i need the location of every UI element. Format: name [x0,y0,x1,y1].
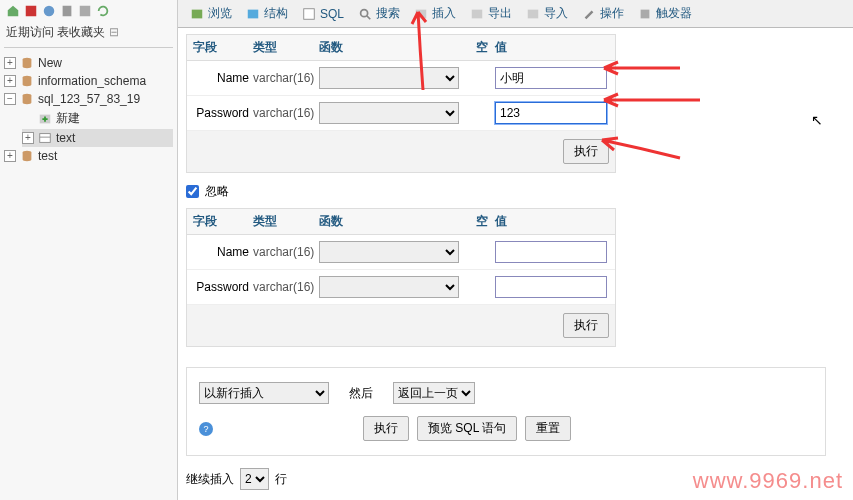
field-label: Password [193,280,253,294]
tab-export[interactable]: 导出 [464,2,518,25]
ops-icon [582,7,596,21]
tree-node-test[interactable]: + test [4,147,173,165]
recent-label[interactable]: 近期访问 [6,25,54,39]
tab-structure[interactable]: 结构 [240,2,294,25]
execute-button[interactable]: 执行 [563,313,609,338]
nav-icon[interactable] [78,4,92,18]
hdr-func: 函数 [319,213,469,230]
tab-insert[interactable]: 插入 [408,2,462,25]
expand-icon[interactable]: + [22,132,34,144]
collapse-icon[interactable]: − [4,93,16,105]
preview-sql-button[interactable]: 预览 SQL 语句 [417,416,517,441]
svg-rect-11 [192,9,203,18]
recent-row: 近期访问 表收藏夹 ⊟ [6,24,171,41]
home-icon[interactable] [6,4,20,18]
tab-browse[interactable]: 浏览 [184,2,238,25]
tree-label: text [56,131,75,145]
tree-label: New [38,56,62,70]
svg-rect-12 [248,9,259,18]
hdr-type: 类型 [253,213,319,230]
value-input-name[interactable] [495,67,607,89]
browse-icon [190,7,204,21]
tab-label: 结构 [264,5,288,22]
tree-node-infoschema[interactable]: + information_schema [4,72,173,90]
bottom-panel: 以新行插入 然后 返回上一页 ? 执行 预览 SQL 语句 重置 [186,367,826,456]
docs-icon[interactable] [60,4,74,18]
search-icon [358,7,372,21]
tree-label: 新建 [56,110,80,127]
form-row-name: Name varchar(16) [187,61,615,96]
field-type: varchar(16) [253,71,319,85]
svg-rect-18 [528,9,539,18]
expand-icon[interactable]: + [4,150,16,162]
rows-label: 行 [275,471,287,488]
hdr-func: 函数 [319,39,469,56]
expand-icon[interactable]: + [4,75,16,87]
row-count-select[interactable]: 2 [240,468,269,490]
field-type: varchar(16) [253,245,319,259]
tab-label: 导出 [488,5,512,22]
continue-label: 继续插入 [186,471,234,488]
ignore-label: 忽略 [205,183,229,200]
reload-icon[interactable] [96,4,110,18]
then-select[interactable]: 返回上一页 [393,382,475,404]
svg-point-14 [361,9,368,16]
insert-mode-select[interactable]: 以新行插入 [199,382,329,404]
import-icon [526,7,540,21]
tab-search[interactable]: 搜索 [352,2,406,25]
insert-form-1: 字段 类型 函数 空 值 Name varchar(16) Password v… [186,34,616,173]
function-select[interactable] [319,67,459,89]
hdr-field: 字段 [193,213,253,230]
tab-operations[interactable]: 操作 [576,2,630,25]
field-type: varchar(16) [253,280,319,294]
field-label: Name [193,71,253,85]
ignore-row: 忽略 [186,183,845,200]
field-type: varchar(16) [253,106,319,120]
cursor-icon: ↖ [811,112,823,128]
form-header: 字段 类型 函数 空 值 [187,35,615,61]
tab-triggers[interactable]: 触发器 [632,2,698,25]
then-label: 然后 [349,385,373,402]
execute-button[interactable]: 执行 [563,139,609,164]
expand-icon[interactable]: + [4,57,16,69]
tree-node-new[interactable]: + New [4,54,173,72]
svg-rect-0 [26,6,37,17]
db-icon [20,92,34,106]
trigger-icon [638,7,652,21]
db-tree: + New + information_schema − sql_123_57_… [4,54,173,165]
function-select[interactable] [319,241,459,263]
sql-icon [302,7,316,21]
tree-node-text[interactable]: + text [22,129,173,147]
svg-rect-19 [641,9,650,18]
execute-button[interactable]: 执行 [363,416,409,441]
main-panel: 浏览 结构 SQL 搜索 插入 导出 导入 操作 触发器 字段 类型 函数 空 … [178,0,853,500]
hdr-value: 值 [495,213,609,230]
tab-label: 搜索 [376,5,400,22]
form-row-password: Password varchar(16) [187,96,615,131]
ignore-checkbox[interactable] [186,185,199,198]
sidebar-top-icons [4,2,173,20]
value-input-password[interactable] [495,102,607,124]
tree-node-sql123[interactable]: − sql_123_57_83_19 [4,90,173,108]
tab-label: 操作 [600,5,624,22]
tab-label: 浏览 [208,5,232,22]
value-input-password[interactable] [495,276,607,298]
function-select[interactable] [319,102,459,124]
query-icon[interactable] [42,4,56,18]
logout-icon[interactable] [24,4,38,18]
tree-node-new-table[interactable]: 新建 [22,108,173,129]
tab-label: SQL [320,7,344,21]
insert-form-2: 字段 类型 函数 空 值 Name varchar(16) Password v… [186,208,616,347]
svg-point-1 [44,6,55,17]
tab-label: 插入 [432,5,456,22]
tab-sql[interactable]: SQL [296,4,350,24]
struct-icon [246,7,260,21]
help-icon[interactable]: ? [199,422,213,436]
function-select[interactable] [319,276,459,298]
db-icon [20,56,34,70]
tab-import[interactable]: 导入 [520,2,574,25]
favorites-label[interactable]: 表收藏夹 [57,25,105,39]
collapse-icon[interactable]: ⊟ [109,25,119,39]
reset-button[interactable]: 重置 [525,416,571,441]
value-input-name[interactable] [495,241,607,263]
